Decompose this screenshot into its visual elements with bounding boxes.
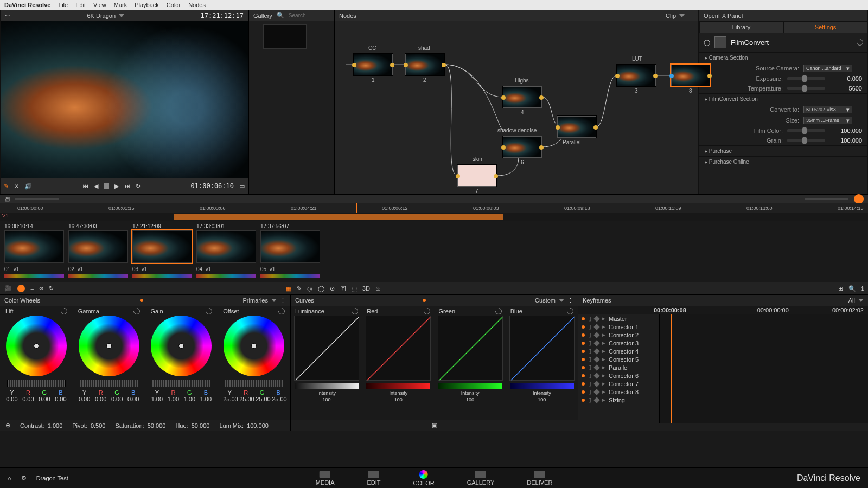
nav-gallery[interactable]: GALLERY: [467, 471, 495, 486]
wheel-reset-icon[interactable]: [59, 307, 68, 316]
fx-reset-icon[interactable]: [856, 38, 865, 47]
menu-nodes[interactable]: Nodes: [188, 2, 206, 8]
link-icon[interactable]: ∞: [39, 285, 43, 292]
clip-thumb[interactable]: 17:33:03:01 04 v1: [196, 223, 256, 278]
ofx-section-header[interactable]: ▸ Purchase Online: [699, 156, 867, 167]
yrgb-value[interactable]: 25.00: [272, 396, 285, 402]
clip-thumb[interactable]: 17:37:56:07 05 v1: [260, 223, 320, 278]
node-8[interactable]: [671, 65, 710, 86]
chevron-down-icon[interactable]: [858, 299, 864, 302]
yrgb-value[interactable]: 25.00: [223, 396, 236, 402]
nav-color[interactable]: COLOR: [413, 470, 435, 486]
clip-image[interactable]: [196, 230, 256, 263]
ofx-value[interactable]: 5600: [829, 85, 862, 92]
menu-color[interactable]: Color: [167, 2, 181, 8]
adjust-param[interactable]: Lum Mix: 100.000: [219, 422, 269, 429]
clip-thumb[interactable]: 16:47:30:03 02 v1: [68, 223, 128, 278]
qualifier-icon[interactable]: ◎: [307, 285, 312, 292]
clip-image[interactable]: [4, 230, 64, 263]
color-wheel[interactable]: [79, 316, 139, 376]
ofx-slider[interactable]: [787, 139, 825, 142]
color-wheel[interactable]: [151, 316, 212, 376]
curve-editor[interactable]: [509, 316, 575, 381]
playhead[interactable]: [356, 203, 357, 213]
sizing-icon[interactable]: ⬚: [352, 285, 357, 292]
wheels-menu-icon[interactable]: ⋮: [280, 297, 286, 304]
gallery-still[interactable]: [263, 24, 307, 49]
play-icon[interactable]: ▶: [114, 183, 119, 190]
intensity-value[interactable]: 100: [466, 397, 474, 402]
timeline-zoom-slider[interactable]: [805, 198, 848, 200]
clip-image[interactable]: [132, 230, 192, 263]
wheel-knob[interactable]: [251, 343, 257, 349]
ofx-value[interactable]: 100.000: [829, 127, 862, 134]
chevron-down-icon[interactable]: [119, 14, 124, 17]
soft-clip-icon[interactable]: ▣: [432, 422, 437, 429]
kf-current-tc[interactable]: 00:00:00:08: [583, 307, 757, 313]
master-jog[interactable]: [80, 380, 138, 387]
ofx-value[interactable]: 0.000: [829, 75, 862, 82]
go-start-icon[interactable]: ⏮: [82, 183, 88, 189]
chevron-down-icon[interactable]: [559, 299, 564, 302]
clip-image[interactable]: [68, 230, 128, 263]
yrgb-value[interactable]: 1.00: [167, 396, 180, 402]
ofx-dropdown[interactable]: Canon ...andard▾: [803, 65, 852, 72]
yrgb-value[interactable]: 0.00: [111, 396, 124, 402]
intensity-value[interactable]: 100: [323, 397, 331, 402]
node-3[interactable]: [617, 65, 656, 86]
wheel-knob[interactable]: [34, 343, 39, 349]
curves-menu-icon[interactable]: ⋮: [567, 297, 573, 304]
node-2[interactable]: [405, 54, 444, 75]
curve-reset-icon[interactable]: [566, 307, 575, 316]
yrgb-value[interactable]: 0.00: [38, 396, 51, 402]
master-jog[interactable]: [152, 380, 210, 387]
color-wheel[interactable]: [6, 316, 67, 376]
adjust-param[interactable]: Hue: 50.000: [175, 422, 209, 429]
ofx-value[interactable]: 100.000: [829, 137, 862, 144]
flame-icon[interactable]: ♨: [375, 285, 381, 292]
intensity-value[interactable]: 100: [538, 397, 546, 402]
loop-icon[interactable]: ↻: [136, 183, 141, 190]
yrgb-value[interactable]: 0.00: [94, 396, 107, 402]
node-1[interactable]: [354, 54, 393, 75]
yrgb-value[interactable]: 1.00: [199, 396, 212, 402]
wheels-mode[interactable]: Primaries: [243, 297, 268, 304]
curve-reset-icon[interactable]: [350, 307, 360, 316]
stills-icon[interactable]: ▧: [4, 195, 10, 202]
nav-deliver[interactable]: DELIVER: [527, 471, 552, 486]
node-7[interactable]: [457, 165, 496, 187]
adjust-expand-icon[interactable]: ⊕: [5, 422, 10, 429]
step-back-icon[interactable]: ◀: [94, 183, 98, 190]
nav-media[interactable]: MEDIA: [316, 471, 335, 486]
grid-icon[interactable]: ⊞: [838, 285, 843, 292]
chevron-down-icon[interactable]: [271, 299, 277, 302]
timeline-ruler[interactable]: 01:00:00:0001:00:01:1501:00:03:0601:00:0…: [0, 203, 868, 213]
viewer-options-icon[interactable]: ⋯: [5, 12, 11, 20]
info-icon[interactable]: ℹ: [861, 285, 864, 292]
yrgb-value[interactable]: 0.00: [78, 396, 91, 402]
yrgb-value[interactable]: 25.00: [239, 396, 252, 402]
shuffle-icon[interactable]: ⤨: [14, 183, 19, 190]
node-graph[interactable]: CC 1 shad 2 LUT 3 Highs 4 Parallel shado…: [335, 21, 698, 194]
menu-edit[interactable]: Edit: [75, 2, 86, 8]
master-jog[interactable]: [7, 380, 66, 387]
clip-thumb[interactable]: 16:08:10:14 01 v1: [4, 223, 64, 278]
refresh-icon[interactable]: ↻: [49, 285, 54, 292]
adjust-param[interactable]: Contrast: 1.000: [20, 422, 62, 429]
curve-editor[interactable]: [366, 316, 431, 381]
menu-playback[interactable]: Playback: [135, 2, 159, 8]
yrgb-value[interactable]: 1.00: [150, 396, 163, 402]
ofx-tab-settings[interactable]: Settings: [783, 21, 867, 33]
viewer-expand-icon[interactable]: ▭: [239, 183, 245, 190]
key-icon[interactable]: ⚿: [340, 285, 346, 292]
menu-view[interactable]: View: [93, 2, 106, 8]
mute-icon[interactable]: 🔊: [24, 183, 32, 190]
yrgb-value[interactable]: 0.00: [5, 396, 18, 402]
settings-icon[interactable]: ⚙: [21, 474, 27, 481]
master-jog[interactable]: [225, 380, 283, 387]
yrgb-value[interactable]: 0.00: [22, 396, 35, 402]
intensity-value[interactable]: 100: [394, 397, 403, 402]
ofx-dropdown[interactable]: KD 5207 Vis3▾: [803, 106, 852, 113]
clip-image[interactable]: [260, 230, 320, 263]
gallery-search-input[interactable]: [289, 12, 337, 18]
